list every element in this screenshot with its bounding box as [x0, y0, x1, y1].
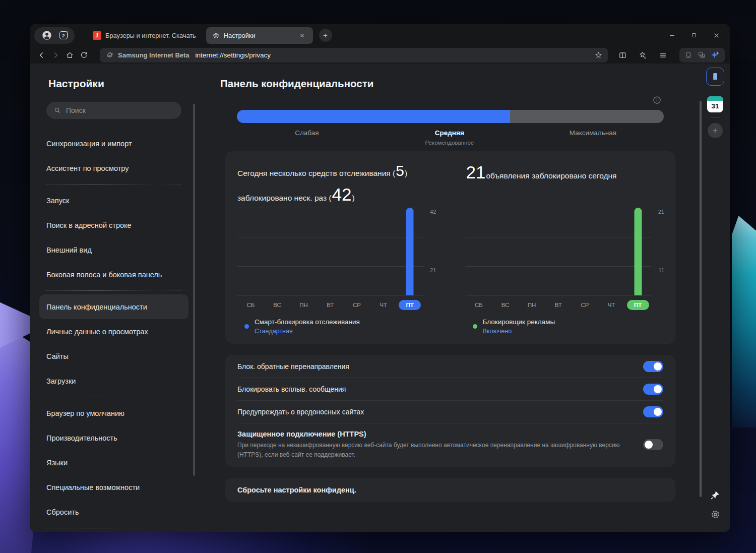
divider — [711, 91, 720, 91]
settings-sidebar: Настройки Синхронизация и импорт Ассисте… — [30, 64, 197, 532]
privacy-level-slider[interactable]: Слабая Средняя Рекомендованное Максималь… — [237, 110, 664, 151]
popups-toggle[interactable] — [643, 384, 663, 395]
day-label-ЧТ[interactable]: ЧТ — [598, 300, 625, 310]
tracker-blocking-status-link[interactable]: Стандартная — [255, 328, 360, 335]
url-text: internet://settings/privacy — [196, 51, 271, 59]
privacy-dashboard-panel: Панель конфиденциальности — [197, 64, 701, 532]
day-label-СБ[interactable]: СБ — [237, 300, 264, 310]
sidebar-item-appearance[interactable]: Внешний вид — [46, 237, 181, 262]
url-bar[interactable]: Samsung Internet Beta internet://setting… — [100, 48, 608, 63]
tab-label: Настройки — [224, 32, 294, 39]
trackers-legend: Смарт-блокировка отслеживания Стандартна… — [244, 318, 435, 335]
y-tick-label: 11 — [659, 267, 664, 273]
sidebar-item-sync[interactable]: Синхронизация и импорт — [46, 131, 181, 156]
trackers-day-axis: СБВСПНВТСРЧТПТ — [237, 300, 423, 310]
sidebar-item-performance[interactable]: Производительность — [46, 425, 181, 450]
bookmark-star-icon[interactable] — [594, 51, 603, 59]
reader-phone-icon[interactable] — [684, 51, 692, 59]
tool-icons-group — [679, 48, 725, 63]
phone-panel-icon[interactable] — [706, 68, 724, 86]
bar-ПТ — [634, 208, 642, 295]
main-scrollbar[interactable] — [700, 101, 702, 497]
legend-label: Блокировщик рекламы — [483, 318, 555, 326]
info-icon[interactable] — [652, 95, 662, 105]
sidebar-scrollbar[interactable] — [193, 104, 195, 476]
y-tick-label: 21 — [658, 209, 664, 215]
day-label-ВС[interactable]: ВС — [264, 300, 291, 310]
slider-label-max: Максимальная — [570, 129, 616, 137]
redirects-toggle[interactable] — [643, 361, 663, 372]
day-label-ПН[interactable]: ПН — [519, 300, 545, 310]
day-label-ВТ[interactable]: ВТ — [317, 300, 344, 310]
day-label-СБ[interactable]: СБ — [466, 300, 492, 310]
slider-track[interactable] — [237, 110, 664, 123]
menu-icon[interactable] — [655, 48, 670, 62]
day-label-ПТ[interactable]: ПТ — [624, 300, 651, 310]
sidebar-item-address-bar-search[interactable]: Поиск в адресной строке — [46, 213, 181, 237]
tab-browsers[interactable]: 1 Браузеры и интернет. Скачать — [87, 27, 202, 44]
sidebar-item-startup[interactable]: Запуск — [46, 188, 181, 213]
refresh-icon[interactable] — [78, 48, 90, 62]
malicious-sites-toggle[interactable] — [643, 406, 663, 417]
tab-settings[interactable]: Настройки — [206, 27, 313, 44]
sidebar-item-downloads[interactable]: Загрузки — [46, 368, 181, 393]
sidebar-item-sidebar-panel[interactable]: Боковая полоса и боковая панель — [46, 262, 181, 287]
tab-close-icon[interactable] — [298, 31, 307, 40]
profile-icon[interactable] — [41, 30, 52, 41]
ads-chart-title: 21 объявления заблокировано сегодня — [466, 162, 664, 207]
ai-sparkles-icon[interactable] — [711, 50, 720, 59]
sidebar-item-browsing-assistant[interactable]: Ассистент по просмотру — [46, 156, 181, 180]
reset-privacy-settings-button[interactable]: Сбросьте настройки конфиденц. — [225, 478, 675, 502]
day-label-ПТ[interactable]: ПТ — [397, 300, 423, 310]
side-panel-strip: 31 — [701, 64, 730, 532]
home-icon[interactable] — [64, 48, 76, 62]
day-label-ВТ[interactable]: ВТ — [545, 300, 572, 310]
back-icon[interactable] — [35, 48, 47, 62]
add-panel-icon[interactable] — [708, 123, 723, 138]
browser-logo-icon — [106, 51, 114, 59]
https-title: Защищенное подключение (HTTPS) — [237, 430, 623, 438]
maximize-button[interactable] — [685, 28, 703, 42]
privacy-toggles-card: Блок. обратные перенаправления Блокирова… — [225, 355, 675, 467]
ads-day-axis: СБВСПНВТСРЧТПТ — [466, 300, 652, 310]
split-view-icon[interactable] — [615, 48, 630, 62]
favorites-star-icon[interactable] — [635, 48, 650, 62]
window-controls — [663, 28, 725, 42]
search-icon — [53, 106, 61, 114]
sidebar-item-privacy-dashboard[interactable]: Панель конфиденциальности — [39, 294, 188, 319]
forward-icon[interactable] — [49, 48, 61, 62]
tab-counter-icon[interactable]: 2 — [59, 31, 68, 39]
sidebar-search[interactable] — [46, 102, 181, 119]
slider-label-weak: Слабая — [295, 129, 319, 137]
https-toggle[interactable] — [643, 439, 663, 450]
legend-label: Смарт-блокировка отслеживания — [255, 318, 360, 326]
translate-icon[interactable] — [698, 51, 706, 59]
gear-icon — [212, 32, 220, 39]
day-label-СР[interactable]: СР — [572, 300, 598, 310]
minimize-button[interactable] — [663, 28, 680, 42]
close-button[interactable] — [708, 28, 725, 42]
calendar-icon[interactable]: 31 — [707, 96, 723, 112]
pin-icon[interactable] — [710, 490, 720, 500]
desktop: 2 1 Браузеры и интернет. Скачать Настрой… — [0, 0, 756, 553]
settings-gear-icon[interactable] — [710, 509, 721, 520]
search-input[interactable] — [66, 106, 174, 114]
sidebar-item-browsing-data[interactable]: Личные данные о просмотрах — [46, 319, 181, 344]
trackers-chart-title: Сегодня несколько средств отслеживания (… — [237, 162, 435, 207]
sidebar-item-accessibility[interactable]: Специальные возможности — [46, 475, 181, 500]
sidebar-item-sites[interactable]: Сайты — [46, 344, 181, 368]
day-label-ЧТ[interactable]: ЧТ — [370, 300, 397, 310]
sidebar-item-languages[interactable]: Языки — [46, 450, 181, 475]
sidebar-item-default-browser[interactable]: Браузер по умолчанию — [46, 401, 181, 425]
sidebar-item-reset[interactable]: Сбросить — [46, 500, 181, 524]
tab-strip: 2 1 Браузеры и интернет. Скачать Настрой… — [30, 24, 730, 46]
day-label-ВС[interactable]: ВС — [492, 300, 519, 310]
toggle-label: Предупреждать о вредоносных сайтах — [237, 408, 643, 416]
new-tab-button[interactable] — [319, 29, 332, 42]
legend-dot-blue — [244, 324, 249, 329]
wallpaper-right-shape — [732, 216, 756, 427]
day-label-СР[interactable]: СР — [344, 300, 370, 310]
trackers-bar-chart: 42 21 — [237, 208, 423, 295]
day-label-ПН[interactable]: ПН — [290, 300, 317, 310]
ad-blocker-status-link[interactable]: Включено — [483, 328, 555, 335]
